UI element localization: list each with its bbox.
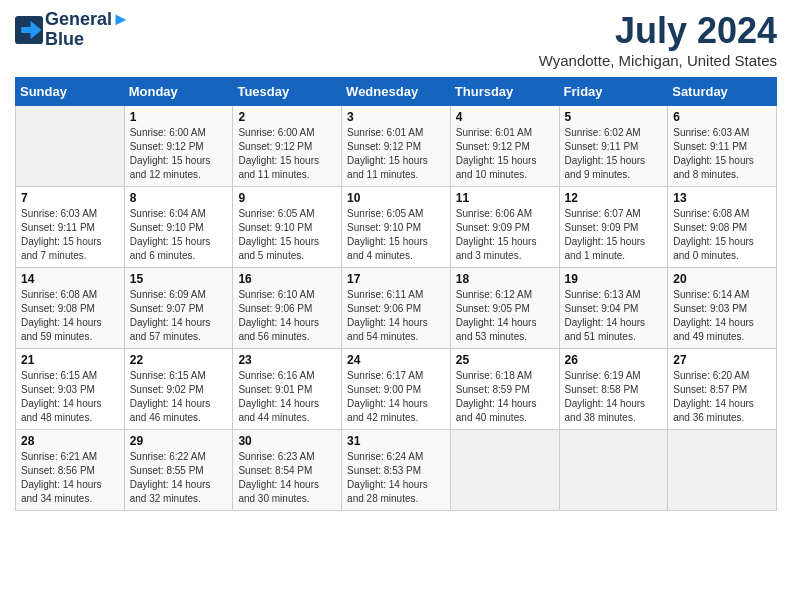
logo-text: General► Blue xyxy=(45,10,130,50)
day-of-week-header: Monday xyxy=(124,78,233,106)
day-info: Sunrise: 6:12 AM Sunset: 9:05 PM Dayligh… xyxy=(456,288,554,344)
calendar-cell: 27Sunrise: 6:20 AM Sunset: 8:57 PM Dayli… xyxy=(668,349,777,430)
day-number: 13 xyxy=(673,191,771,205)
calendar-week-row: 21Sunrise: 6:15 AM Sunset: 9:03 PM Dayli… xyxy=(16,349,777,430)
day-number: 9 xyxy=(238,191,336,205)
day-of-week-header: Saturday xyxy=(668,78,777,106)
day-number: 26 xyxy=(565,353,663,367)
day-number: 29 xyxy=(130,434,228,448)
logo-icon xyxy=(15,16,43,44)
day-of-week-header: Sunday xyxy=(16,78,125,106)
day-of-week-header: Thursday xyxy=(450,78,559,106)
day-number: 27 xyxy=(673,353,771,367)
calendar-cell: 30Sunrise: 6:23 AM Sunset: 8:54 PM Dayli… xyxy=(233,430,342,511)
calendar-header-row: SundayMondayTuesdayWednesdayThursdayFrid… xyxy=(16,78,777,106)
day-number: 21 xyxy=(21,353,119,367)
calendar-cell: 18Sunrise: 6:12 AM Sunset: 9:05 PM Dayli… xyxy=(450,268,559,349)
calendar-cell: 6Sunrise: 6:03 AM Sunset: 9:11 PM Daylig… xyxy=(668,106,777,187)
day-number: 23 xyxy=(238,353,336,367)
day-number: 20 xyxy=(673,272,771,286)
day-info: Sunrise: 6:06 AM Sunset: 9:09 PM Dayligh… xyxy=(456,207,554,263)
logo: General► Blue xyxy=(15,10,130,50)
day-number: 14 xyxy=(21,272,119,286)
day-number: 12 xyxy=(565,191,663,205)
day-number: 15 xyxy=(130,272,228,286)
day-info: Sunrise: 6:10 AM Sunset: 9:06 PM Dayligh… xyxy=(238,288,336,344)
calendar-cell: 4Sunrise: 6:01 AM Sunset: 9:12 PM Daylig… xyxy=(450,106,559,187)
calendar-cell: 3Sunrise: 6:01 AM Sunset: 9:12 PM Daylig… xyxy=(342,106,451,187)
day-number: 19 xyxy=(565,272,663,286)
day-number: 18 xyxy=(456,272,554,286)
calendar-week-row: 1Sunrise: 6:00 AM Sunset: 9:12 PM Daylig… xyxy=(16,106,777,187)
day-number: 24 xyxy=(347,353,445,367)
calendar-cell: 11Sunrise: 6:06 AM Sunset: 9:09 PM Dayli… xyxy=(450,187,559,268)
calendar-cell: 9Sunrise: 6:05 AM Sunset: 9:10 PM Daylig… xyxy=(233,187,342,268)
calendar-cell: 12Sunrise: 6:07 AM Sunset: 9:09 PM Dayli… xyxy=(559,187,668,268)
day-number: 3 xyxy=(347,110,445,124)
day-of-week-header: Friday xyxy=(559,78,668,106)
day-info: Sunrise: 6:00 AM Sunset: 9:12 PM Dayligh… xyxy=(238,126,336,182)
calendar-cell: 10Sunrise: 6:05 AM Sunset: 9:10 PM Dayli… xyxy=(342,187,451,268)
day-info: Sunrise: 6:01 AM Sunset: 9:12 PM Dayligh… xyxy=(347,126,445,182)
calendar-table: SundayMondayTuesdayWednesdayThursdayFrid… xyxy=(15,77,777,511)
day-info: Sunrise: 6:07 AM Sunset: 9:09 PM Dayligh… xyxy=(565,207,663,263)
day-info: Sunrise: 6:23 AM Sunset: 8:54 PM Dayligh… xyxy=(238,450,336,506)
day-info: Sunrise: 6:21 AM Sunset: 8:56 PM Dayligh… xyxy=(21,450,119,506)
calendar-body: 1Sunrise: 6:00 AM Sunset: 9:12 PM Daylig… xyxy=(16,106,777,511)
calendar-cell: 15Sunrise: 6:09 AM Sunset: 9:07 PM Dayli… xyxy=(124,268,233,349)
day-number: 28 xyxy=(21,434,119,448)
day-number: 1 xyxy=(130,110,228,124)
day-info: Sunrise: 6:20 AM Sunset: 8:57 PM Dayligh… xyxy=(673,369,771,425)
day-number: 10 xyxy=(347,191,445,205)
day-of-week-header: Tuesday xyxy=(233,78,342,106)
calendar-cell: 14Sunrise: 6:08 AM Sunset: 9:08 PM Dayli… xyxy=(16,268,125,349)
day-number: 8 xyxy=(130,191,228,205)
page-header: General► Blue July 2024 Wyandotte, Michi… xyxy=(15,10,777,69)
day-number: 11 xyxy=(456,191,554,205)
day-info: Sunrise: 6:08 AM Sunset: 9:08 PM Dayligh… xyxy=(673,207,771,263)
day-number: 31 xyxy=(347,434,445,448)
calendar-cell xyxy=(559,430,668,511)
day-info: Sunrise: 6:09 AM Sunset: 9:07 PM Dayligh… xyxy=(130,288,228,344)
calendar-cell: 21Sunrise: 6:15 AM Sunset: 9:03 PM Dayli… xyxy=(16,349,125,430)
day-info: Sunrise: 6:14 AM Sunset: 9:03 PM Dayligh… xyxy=(673,288,771,344)
day-number: 2 xyxy=(238,110,336,124)
day-info: Sunrise: 6:18 AM Sunset: 8:59 PM Dayligh… xyxy=(456,369,554,425)
day-info: Sunrise: 6:05 AM Sunset: 9:10 PM Dayligh… xyxy=(347,207,445,263)
calendar-cell: 2Sunrise: 6:00 AM Sunset: 9:12 PM Daylig… xyxy=(233,106,342,187)
day-number: 17 xyxy=(347,272,445,286)
day-info: Sunrise: 6:16 AM Sunset: 9:01 PM Dayligh… xyxy=(238,369,336,425)
day-info: Sunrise: 6:24 AM Sunset: 8:53 PM Dayligh… xyxy=(347,450,445,506)
day-number: 30 xyxy=(238,434,336,448)
calendar-cell: 29Sunrise: 6:22 AM Sunset: 8:55 PM Dayli… xyxy=(124,430,233,511)
calendar-cell: 17Sunrise: 6:11 AM Sunset: 9:06 PM Dayli… xyxy=(342,268,451,349)
calendar-cell: 24Sunrise: 6:17 AM Sunset: 9:00 PM Dayli… xyxy=(342,349,451,430)
day-info: Sunrise: 6:01 AM Sunset: 9:12 PM Dayligh… xyxy=(456,126,554,182)
calendar-week-row: 14Sunrise: 6:08 AM Sunset: 9:08 PM Dayli… xyxy=(16,268,777,349)
calendar-cell: 16Sunrise: 6:10 AM Sunset: 9:06 PM Dayli… xyxy=(233,268,342,349)
day-info: Sunrise: 6:17 AM Sunset: 9:00 PM Dayligh… xyxy=(347,369,445,425)
day-number: 6 xyxy=(673,110,771,124)
calendar-cell xyxy=(450,430,559,511)
day-info: Sunrise: 6:02 AM Sunset: 9:11 PM Dayligh… xyxy=(565,126,663,182)
month-year-title: July 2024 xyxy=(539,10,777,52)
day-info: Sunrise: 6:22 AM Sunset: 8:55 PM Dayligh… xyxy=(130,450,228,506)
day-info: Sunrise: 6:19 AM Sunset: 8:58 PM Dayligh… xyxy=(565,369,663,425)
day-info: Sunrise: 6:13 AM Sunset: 9:04 PM Dayligh… xyxy=(565,288,663,344)
calendar-cell: 28Sunrise: 6:21 AM Sunset: 8:56 PM Dayli… xyxy=(16,430,125,511)
calendar-cell: 23Sunrise: 6:16 AM Sunset: 9:01 PM Dayli… xyxy=(233,349,342,430)
day-info: Sunrise: 6:04 AM Sunset: 9:10 PM Dayligh… xyxy=(130,207,228,263)
day-of-week-header: Wednesday xyxy=(342,78,451,106)
day-info: Sunrise: 6:03 AM Sunset: 9:11 PM Dayligh… xyxy=(673,126,771,182)
calendar-cell: 20Sunrise: 6:14 AM Sunset: 9:03 PM Dayli… xyxy=(668,268,777,349)
day-info: Sunrise: 6:08 AM Sunset: 9:08 PM Dayligh… xyxy=(21,288,119,344)
day-number: 7 xyxy=(21,191,119,205)
calendar-cell: 13Sunrise: 6:08 AM Sunset: 9:08 PM Dayli… xyxy=(668,187,777,268)
calendar-cell: 5Sunrise: 6:02 AM Sunset: 9:11 PM Daylig… xyxy=(559,106,668,187)
calendar-cell: 8Sunrise: 6:04 AM Sunset: 9:10 PM Daylig… xyxy=(124,187,233,268)
day-number: 25 xyxy=(456,353,554,367)
calendar-cell: 31Sunrise: 6:24 AM Sunset: 8:53 PM Dayli… xyxy=(342,430,451,511)
day-info: Sunrise: 6:15 AM Sunset: 9:03 PM Dayligh… xyxy=(21,369,119,425)
day-number: 16 xyxy=(238,272,336,286)
calendar-week-row: 28Sunrise: 6:21 AM Sunset: 8:56 PM Dayli… xyxy=(16,430,777,511)
